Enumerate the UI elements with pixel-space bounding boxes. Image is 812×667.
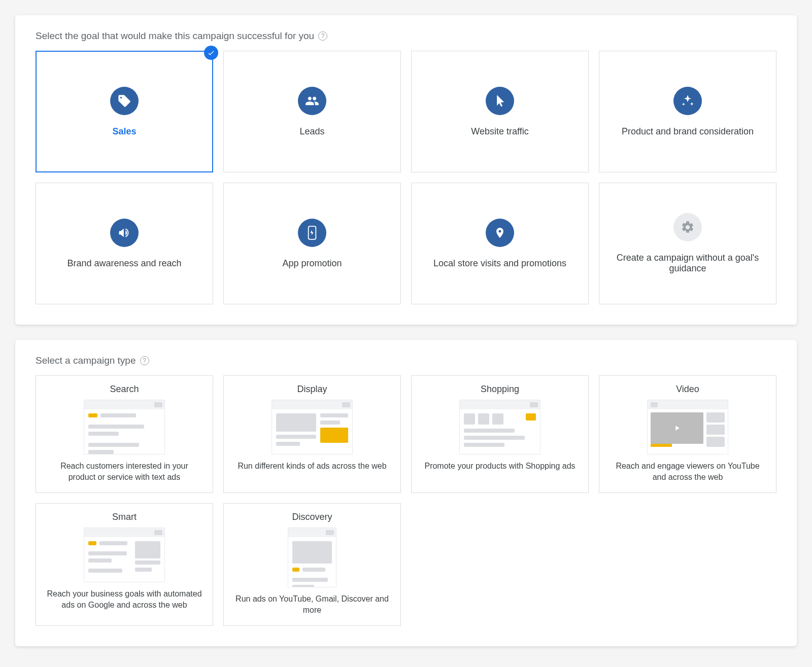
- type-desc: Reach customers interested in your produ…: [46, 461, 202, 482]
- types-panel: Select a campaign type ? Search: [15, 340, 797, 646]
- phone-icon: [298, 219, 326, 247]
- type-title: Discovery: [292, 512, 332, 522]
- type-desc: Promote your products with Shopping ads: [424, 461, 575, 472]
- types-grid: Search Reach customers interested in you…: [36, 375, 776, 626]
- help-icon[interactable]: ?: [140, 356, 149, 365]
- goal-card-leads[interactable]: Leads: [223, 51, 401, 172]
- discovery-thumb-icon: [288, 528, 336, 587]
- type-card-shopping[interactable]: Shopping Promote your products wi: [411, 375, 589, 493]
- type-title: Shopping: [481, 384, 519, 395]
- pin-icon: [486, 219, 514, 247]
- types-heading: Select a campaign type: [36, 355, 136, 366]
- goal-label: Website traffic: [471, 126, 528, 137]
- check-icon: [204, 46, 218, 60]
- goals-heading: Select the goal that would make this cam…: [36, 30, 314, 42]
- goal-card-local-store[interactable]: Local store visits and promotions: [411, 183, 589, 304]
- type-title: Smart: [112, 512, 137, 522]
- goal-label: Product and brand consideration: [622, 126, 754, 137]
- gear-icon: [673, 213, 702, 241]
- type-desc: Run ads on YouTube, Gmail, Discover and …: [234, 593, 390, 615]
- type-desc: Reach your business goals with automated…: [46, 588, 202, 610]
- people-icon: [298, 87, 326, 115]
- video-thumb-icon: [647, 400, 728, 454]
- type-card-video[interactable]: Video: [599, 375, 776, 493]
- type-title: Video: [676, 384, 699, 395]
- goals-panel: Select the goal that would make this cam…: [15, 15, 797, 325]
- display-thumb-icon: [272, 400, 353, 454]
- megaphone-icon: [110, 219, 139, 247]
- goals-grid: Sales Leads Website traffic Product and …: [36, 51, 776, 304]
- goal-card-product-brand[interactable]: Product and brand consideration: [599, 51, 776, 172]
- type-card-discovery[interactable]: Discovery Run ads on YouTube, Gmail, Dis…: [223, 503, 401, 626]
- cursor-icon: [486, 87, 514, 115]
- help-icon[interactable]: ?: [318, 31, 327, 41]
- tag-icon: [110, 87, 139, 115]
- goal-card-no-goal[interactable]: Create a campaign without a goal's guida…: [599, 183, 776, 304]
- goal-card-brand-awareness[interactable]: Brand awareness and reach: [36, 183, 213, 304]
- goal-label: Sales: [112, 126, 136, 137]
- search-thumb-icon: [84, 400, 165, 454]
- shopping-thumb-icon: [459, 400, 540, 454]
- type-card-smart[interactable]: Smart: [36, 503, 213, 626]
- type-title: Search: [110, 384, 139, 395]
- types-heading-row: Select a campaign type ?: [36, 355, 776, 366]
- type-card-search[interactable]: Search Reach customers interested in you…: [36, 375, 213, 493]
- goal-label: Brand awareness and reach: [67, 258, 181, 269]
- goal-label: Local store visits and promotions: [433, 258, 566, 269]
- goal-label: App promotion: [282, 258, 342, 269]
- goal-label: Leads: [299, 126, 324, 137]
- goal-card-sales[interactable]: Sales: [36, 51, 213, 172]
- goals-heading-row: Select the goal that would make this cam…: [36, 30, 776, 42]
- type-desc: Run different kinds of ads across the we…: [238, 461, 386, 472]
- sparkle-icon: [673, 87, 702, 115]
- type-card-display[interactable]: Display Run different kinds of: [223, 375, 401, 493]
- smart-thumb-icon: [84, 528, 165, 582]
- type-desc: Reach and engage viewers on YouTube and …: [610, 461, 766, 482]
- goal-label: Create a campaign without a goal's guida…: [610, 253, 766, 274]
- goal-card-website-traffic[interactable]: Website traffic: [411, 51, 589, 172]
- type-title: Display: [297, 384, 327, 395]
- goal-card-app-promotion[interactable]: App promotion: [223, 183, 401, 304]
